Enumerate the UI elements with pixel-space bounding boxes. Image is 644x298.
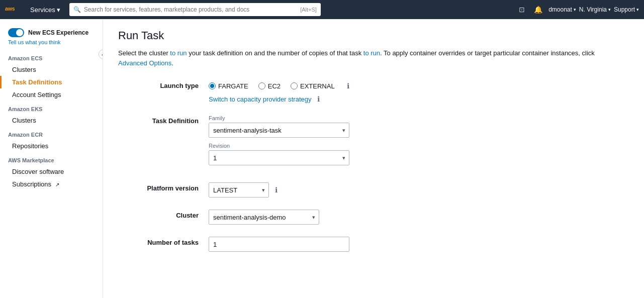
revision-dropdown-wrapper: Revision 1 ▾ bbox=[209, 143, 460, 165]
capacity-link-row: Switch to capacity provider strategy ℹ bbox=[209, 95, 460, 103]
capacity-provider-link[interactable]: Switch to capacity provider strategy bbox=[209, 95, 311, 103]
number-of-tasks-label: Number of tasks bbox=[118, 237, 199, 246]
platform-version-row: Platform version LATEST ▾ ℹ bbox=[118, 182, 601, 197]
platform-version-control: LATEST ▾ ℹ bbox=[209, 182, 460, 197]
launch-type-row: Launch type FARGATE EC2 EXTE bbox=[118, 80, 601, 103]
radio-external[interactable]: EXTERNAL bbox=[291, 82, 335, 90]
aws-logo[interactable]: aws bbox=[5, 5, 21, 15]
run-task-form: Launch type FARGATE EC2 EXTE bbox=[118, 80, 601, 252]
family-sub-label: Family bbox=[209, 115, 460, 121]
region-chevron-icon: ▾ bbox=[608, 7, 611, 12]
run-link-2[interactable]: to run bbox=[363, 49, 380, 57]
page-title: Run Task bbox=[118, 29, 629, 42]
external-link-icon: ↗ bbox=[55, 182, 59, 187]
number-of-tasks-input[interactable] bbox=[209, 237, 349, 252]
tray-icon-button[interactable]: ⊡ bbox=[516, 4, 528, 16]
task-definition-label: Task Definition bbox=[118, 115, 199, 125]
platform-info-icon[interactable]: ℹ bbox=[275, 186, 278, 194]
amazon-eks-section-label: Amazon EKS bbox=[0, 101, 103, 114]
launch-type-radio-group: FARGATE EC2 EXTERNAL ℹ bbox=[209, 80, 460, 90]
new-ecs-feedback-link[interactable]: Tell us what you think bbox=[0, 39, 103, 50]
support-chevron-icon: ▾ bbox=[636, 7, 639, 12]
sidebar-item-eks-clusters[interactable]: Clusters bbox=[0, 114, 103, 127]
region-label: N. Virginia bbox=[579, 6, 607, 13]
platform-version-label: Platform version bbox=[118, 182, 199, 192]
sidebar-item-clusters[interactable]: Clusters bbox=[0, 63, 103, 76]
cluster-select-wrapper: sentiment-analysis-demo ▾ bbox=[209, 210, 319, 225]
radio-external-input[interactable] bbox=[291, 82, 298, 89]
new-ecs-label: New ECS Experience bbox=[28, 29, 88, 36]
cluster-label: Cluster bbox=[118, 210, 199, 219]
platform-version-select[interactable]: LATEST bbox=[209, 182, 269, 197]
amazon-ecs-section-label: Amazon ECS bbox=[0, 50, 103, 63]
task-definition-row: Task Definition Family sentiment-analysi… bbox=[118, 115, 601, 170]
user-name-label: dmoonat bbox=[548, 6, 572, 13]
user-chevron-icon: ▾ bbox=[574, 7, 576, 12]
task-definition-control: Family sentiment-analysis-task ▾ Revisio… bbox=[209, 115, 460, 170]
radio-fargate[interactable]: FARGATE bbox=[209, 82, 248, 90]
launch-type-control: FARGATE EC2 EXTERNAL ℹ Switch t bbox=[209, 80, 460, 103]
family-select[interactable]: sentiment-analysis-task bbox=[209, 123, 349, 138]
services-chevron-icon: ▾ bbox=[57, 6, 60, 14]
radio-fargate-input[interactable] bbox=[209, 82, 216, 89]
search-icon: 🔍 bbox=[73, 6, 81, 13]
sidebar: ◀ New ECS Experience Tell us what you th… bbox=[0, 19, 103, 298]
cluster-select[interactable]: sentiment-analysis-demo bbox=[209, 210, 319, 225]
main-content: Run Task Select the cluster to run your … bbox=[103, 19, 644, 298]
revision-sub-label: Revision bbox=[209, 143, 460, 149]
platform-select-wrapper: LATEST ▾ ℹ bbox=[209, 182, 460, 197]
number-of-tasks-row: Number of tasks bbox=[118, 237, 601, 252]
page-description: Select the cluster to run your task defi… bbox=[118, 48, 601, 68]
support-label: Support bbox=[614, 6, 635, 13]
services-label: Services bbox=[30, 6, 55, 14]
sidebar-item-account-settings[interactable]: Account Settings bbox=[0, 88, 103, 101]
sidebar-item-repositories[interactable]: Repositories bbox=[0, 140, 103, 152]
sidebar-item-task-definitions[interactable]: Task Definitions bbox=[0, 76, 103, 88]
number-of-tasks-control bbox=[209, 237, 460, 252]
search-shortcut: [Alt+S] bbox=[300, 7, 317, 13]
aws-marketplace-section-label: AWS Marketplace bbox=[0, 152, 103, 165]
nav-right-controls: ⊡ 🔔 dmoonat ▾ N. Virginia ▾ Support ▾ bbox=[516, 4, 639, 16]
radio-fargate-label: FARGATE bbox=[218, 82, 248, 90]
new-ecs-toggle-row: New ECS Experience bbox=[0, 24, 103, 39]
region-menu-button[interactable]: N. Virginia ▾ bbox=[579, 6, 611, 13]
support-menu-button[interactable]: Support ▾ bbox=[614, 6, 639, 13]
radio-ec2-input[interactable] bbox=[258, 82, 265, 89]
services-menu-button[interactable]: Services ▾ bbox=[26, 4, 64, 16]
radio-external-label: EXTERNAL bbox=[300, 82, 335, 90]
notification-bell-button[interactable]: 🔔 bbox=[531, 4, 545, 16]
new-ecs-toggle-switch[interactable] bbox=[8, 28, 24, 37]
family-dropdown-wrapper: Family sentiment-analysis-task ▾ bbox=[209, 115, 460, 138]
radio-ec2[interactable]: EC2 bbox=[258, 82, 281, 90]
launch-type-label: Launch type bbox=[118, 80, 199, 89]
launch-type-info-icon[interactable]: ℹ bbox=[347, 82, 349, 90]
capacity-info-icon[interactable]: ℹ bbox=[317, 95, 320, 103]
search-input[interactable] bbox=[84, 6, 300, 13]
sidebar-item-discover-software[interactable]: Discover software bbox=[0, 165, 103, 178]
revision-select[interactable]: 1 bbox=[209, 150, 349, 165]
run-link-1[interactable]: to run bbox=[170, 49, 187, 57]
advanced-options-link[interactable]: Advanced Options bbox=[118, 59, 171, 67]
amazon-ecr-section-label: Amazon ECR bbox=[0, 127, 103, 140]
search-bar: 🔍 [Alt+S] bbox=[69, 3, 321, 16]
user-menu-button[interactable]: dmoonat ▾ bbox=[548, 6, 576, 13]
sidebar-item-subscriptions[interactable]: Subscriptions ↗ bbox=[0, 178, 103, 190]
cluster-row: Cluster sentiment-analysis-demo ▾ bbox=[118, 210, 601, 225]
svg-text:aws: aws bbox=[5, 6, 15, 12]
radio-ec2-label: EC2 bbox=[268, 82, 281, 90]
cluster-control: sentiment-analysis-demo ▾ bbox=[209, 210, 460, 225]
top-navigation: aws Services ▾ 🔍 [Alt+S] ⊡ 🔔 dmoonat ▾ N… bbox=[0, 0, 644, 19]
